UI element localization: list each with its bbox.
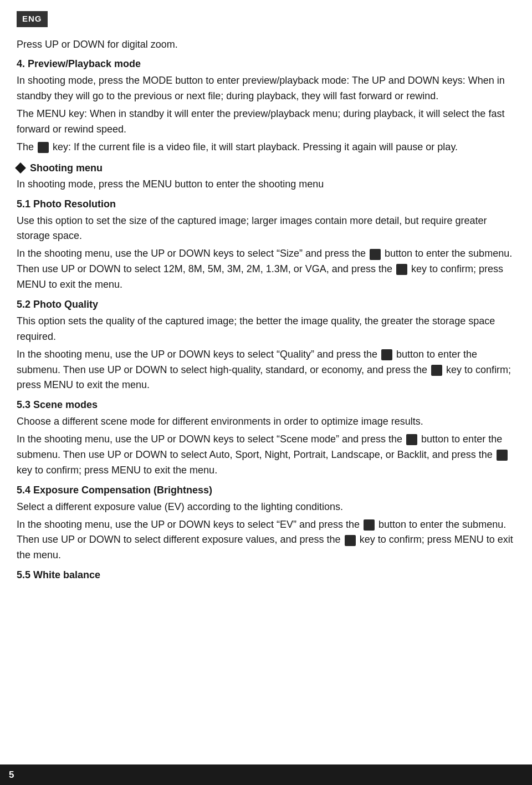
footer-bar: 5 [0,764,532,786]
section4-p3: The key: If the current file is a video … [17,140,515,155]
ok-button-icon-6 [406,434,417,445]
s51-p2: In the shooting menu, use the UP or DOWN… [17,246,515,293]
s53-block: 5.3 Scene modes Choose a different scene… [17,397,515,478]
s52-p1: This option sets the quality of the capt… [17,314,515,345]
shooting-menu-block: Shooting menu In shooting mode, press th… [17,161,515,192]
ok-button-icon-1 [38,142,49,153]
s55-title: 5.5 White balance [17,568,515,583]
s54-title: 5.4 Exposure Compensation (Brightness) [17,483,515,498]
intro-line1: Press UP or DOWN for digital zoom. [17,37,515,53]
section4-p2: The MENU key: When in standby it will en… [17,106,515,137]
s54-p1: Select a different exposure value (EV) a… [17,499,515,515]
ok-button-icon-5 [431,365,442,376]
s54-p2: In the shooting menu, use the UP or DOWN… [17,517,515,564]
section4-p3-pre: The [17,141,34,152]
s52-block: 5.2 Photo Quality This option sets the q… [17,297,515,393]
ok-button-icon-3 [396,264,407,275]
s52-p2: In the shooting menu, use the UP or DOWN… [17,347,515,394]
s53-title: 5.3 Scene modes [17,397,515,413]
ok-button-icon-7 [497,450,508,461]
ok-button-icon-4 [381,349,392,360]
section4-title: 4. Preview/Playback mode [17,57,515,72]
shooting-menu-title: Shooting menu [30,161,103,176]
shooting-menu-heading: Shooting menu [17,161,515,176]
s54-block: 5.4 Exposure Compensation (Brightness) S… [17,483,515,563]
s53-p2-pre: In the shooting menu, use the UP or DOWN… [17,434,402,445]
s54-p2-pre: In the shooting menu, use the UP or DOWN… [17,519,360,530]
intro-block: Press UP or DOWN for digital zoom. 4. Pr… [17,37,515,155]
s51-block: 5.1 Photo Resolution Use this option to … [17,197,515,293]
section4-p3-post: key: If the current file is a video file… [53,141,458,152]
s55-block: 5.5 White balance [17,568,515,583]
s52-p2-pre: In the shooting menu, use the UP or DOWN… [17,349,377,360]
s52-title: 5.2 Photo Quality [17,297,515,313]
page: ENG Press UP or DOWN for digital zoom. 4… [0,0,532,785]
s53-p2-post: key to confirm; press MENU to exit the m… [17,465,217,476]
diamond-icon [15,162,26,174]
shooting-menu-intro: In shooting mode, press the MENU button … [17,177,515,192]
s51-p1: Use this option to set the size of the c… [17,213,515,244]
ok-button-icon-2 [370,249,381,260]
page-number: 5 [9,769,14,780]
s51-p2-pre: In the shooting menu, use the UP or DOWN… [17,248,366,259]
s53-p1: Choose a different scene mode for differ… [17,414,515,430]
s53-p2: In the shooting menu, use the UP or DOWN… [17,432,515,478]
s51-title: 5.1 Photo Resolution [17,197,515,212]
ok-button-icon-8 [364,519,375,531]
section4-p1: In shooting mode, press the MODE button … [17,73,515,104]
eng-badge: ENG [17,11,48,27]
ok-button-icon-9 [345,535,356,546]
